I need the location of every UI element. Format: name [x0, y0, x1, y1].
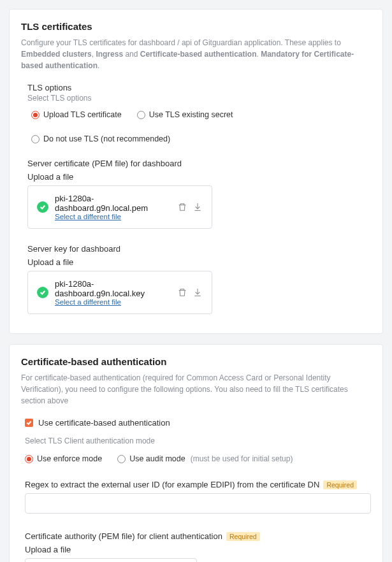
radio-icon — [31, 111, 40, 119]
radio-enforce-mode[interactable]: Use enforce mode — [25, 454, 102, 463]
regex-field: Regex to extract the external user ID (f… — [21, 480, 371, 531]
tls-options-title: TLS options — [27, 83, 371, 92]
file-name: pki-1280a-dashboard.g9n.local.key — [55, 279, 171, 298]
download-icon[interactable] — [192, 287, 203, 298]
cert-based-auth-section: Certificate-based authentication For cer… — [9, 344, 383, 562]
server-cert-label: Server certificate (PEM file) for dashbo… — [27, 159, 371, 168]
upload-label: Upload a file — [25, 545, 371, 554]
radio-audit-mode[interactable]: Use audit mode (must be used for initial… — [117, 454, 293, 463]
cba-mode-hint: Select TLS Client authentication mode — [21, 436, 371, 445]
ca-label-text: Certificate authority (PEM file) for cli… — [25, 531, 222, 541]
server-cert-field: Server certificate (PEM file) for dashbo… — [27, 159, 371, 229]
tls-options-radio-group: Upload TLS certificate Use TLS existing … — [27, 110, 371, 143]
regex-label: Regex to extract the external user ID (f… — [25, 480, 371, 489]
trash-icon[interactable] — [177, 202, 187, 212]
tls-title: TLS certificates — [21, 21, 371, 32]
select-different-file-link[interactable]: Select a different file — [55, 213, 171, 220]
use-cba-checkbox[interactable]: Use certificate-based authentication — [21, 418, 371, 428]
ca-field: Certificate authority (PEM file) for cli… — [21, 531, 371, 562]
server-key-upload-box: pki-1280a-dashboard.g9n.local.key Select… — [27, 271, 212, 314]
radio-icon — [117, 455, 126, 463]
file-name: pki-1280a-dashboard.g9n.local.pem — [55, 194, 171, 213]
file-info: pki-1280a-dashboard.g9n.local.key Select… — [55, 279, 171, 306]
radio-icon — [137, 111, 145, 119]
select-different-file-link[interactable]: Select a different file — [55, 298, 171, 306]
tls-certificates-section: TLS certificates Configure your TLS cert… — [9, 9, 383, 334]
download-icon[interactable] — [192, 202, 203, 212]
trash-icon[interactable] — [177, 287, 187, 298]
server-key-label: Server key for dashboard — [27, 244, 371, 254]
upload-label: Upload a file — [27, 172, 371, 182]
tls-description: Configure your TLS certificates for dash… — [21, 37, 371, 71]
cba-title: Certificate-based authentication — [21, 356, 371, 367]
radio-icon — [25, 455, 33, 463]
regex-input[interactable] — [25, 493, 371, 514]
radio-label: Upload TLS certificate — [43, 110, 122, 119]
tls-desc-bold3: Certificate-based authentication — [140, 50, 257, 59]
tls-desc-bold2: Ingress — [96, 50, 123, 59]
upload-label: Upload a file — [27, 257, 371, 267]
radio-do-not-use-tls[interactable]: Do not use TLS (not recommended) — [31, 134, 170, 143]
radio-upload-tls-cert[interactable]: Upload TLS certificate — [31, 110, 122, 119]
server-key-field: Server key for dashboard Upload a file p… — [27, 244, 371, 314]
tls-desc-text: Configure your TLS certificates for dash… — [21, 38, 341, 47]
success-check-icon — [37, 201, 48, 213]
tls-options-hint: Select TLS options — [27, 94, 371, 103]
radio-label: Do not use TLS (not recommended) — [43, 134, 170, 143]
required-badge: Required — [323, 480, 357, 489]
radio-label: Use TLS existing secret — [149, 110, 233, 119]
radio-note: (must be used for initial setup) — [191, 454, 293, 463]
radio-label: Use enforce mode — [37, 454, 102, 463]
ca-label: Certificate authority (PEM file) for cli… — [25, 531, 371, 541]
server-cert-upload-box: pki-1280a-dashboard.g9n.local.pem Select… — [27, 185, 212, 229]
checkbox-icon — [25, 419, 33, 427]
regex-label-text: Regex to extract the external user ID (f… — [25, 480, 319, 489]
radio-use-existing-secret[interactable]: Use TLS existing secret — [137, 110, 233, 119]
radio-label: Use audit mode — [129, 454, 185, 463]
required-badge: Required — [226, 532, 260, 541]
cba-description: For certificate-based authentication (re… — [21, 372, 371, 407]
cba-mode-radio-group: Use enforce mode Use audit mode (must be… — [21, 454, 371, 463]
tls-options-subsection: TLS options Select TLS options Upload TL… — [21, 83, 371, 314]
success-check-icon — [37, 287, 48, 298]
checkbox-label: Use certificate-based authentication — [38, 418, 170, 428]
radio-icon — [31, 135, 40, 143]
tls-desc-bold1: Embedded clusters — [21, 50, 92, 59]
ca-upload-box: pki-1280a-base-fullchain.pem Select a di… — [25, 558, 197, 562]
file-info: pki-1280a-dashboard.g9n.local.pem Select… — [55, 194, 171, 220]
